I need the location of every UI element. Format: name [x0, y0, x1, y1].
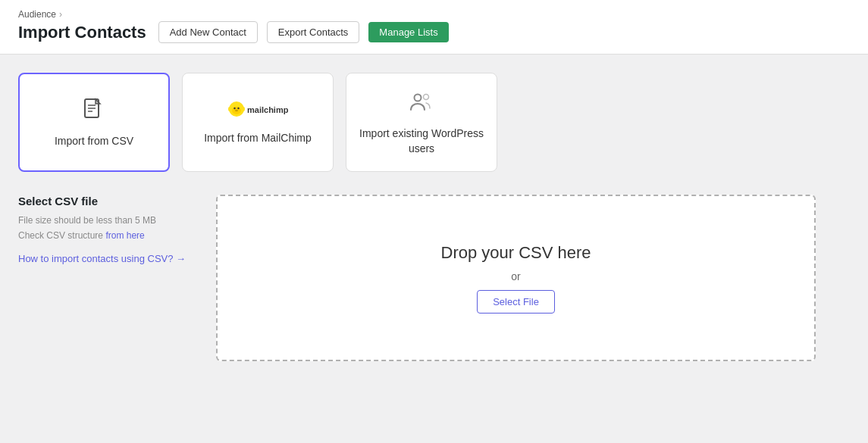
svg-point-9 — [228, 107, 231, 111]
csv-structure-link[interactable]: from here — [105, 230, 144, 241]
svg-point-13 — [424, 95, 429, 100]
svg-point-7 — [237, 108, 239, 109]
svg-point-8 — [235, 110, 238, 111]
svg-text:mailchimp: mailchimp — [247, 105, 288, 114]
svg-point-6 — [233, 108, 235, 109]
mailchimp-icon: mailchimp — [227, 99, 288, 123]
csv-card-label: Import from CSV — [55, 134, 133, 149]
csv-section: Select CSV file File size should be less… — [18, 195, 816, 361]
csv-structure-note: Check CSV structure from here — [18, 230, 186, 241]
add-new-contact-button[interactable]: Add New Contact — [158, 21, 258, 43]
dropzone-or-label: or — [511, 270, 520, 282]
users-icon — [408, 89, 435, 119]
select-file-button[interactable]: Select File — [477, 290, 555, 314]
breadcrumb-parent[interactable]: Audience — [18, 9, 56, 20]
page-title: Import Contacts — [18, 23, 146, 42]
csv-info-panel: Select CSV file File size should be less… — [18, 195, 186, 361]
wordpress-card-label: Import existing WordPress users — [359, 126, 484, 156]
manage-lists-button[interactable]: Manage Lists — [368, 22, 448, 42]
csv-file-icon — [80, 96, 108, 126]
mailchimp-card-label: Import from MailChimp — [204, 131, 312, 146]
import-mailchimp-card[interactable]: mailchimp Import from MailChimp — [182, 73, 334, 172]
import-wordpress-card[interactable]: Import existing WordPress users — [346, 73, 497, 172]
csv-size-note: File size should be less than 5 MB — [18, 214, 186, 227]
export-contacts-button[interactable]: Export Contacts — [267, 21, 360, 43]
import-options: Import from CSV — [18, 73, 816, 172]
csv-section-title: Select CSV file — [18, 195, 186, 207]
dropzone-title: Drop your CSV here — [441, 243, 591, 263]
csv-faq-link[interactable]: How to import contacts using CSV? → — [18, 251, 186, 267]
csv-dropzone[interactable]: Drop your CSV here or Select File — [216, 195, 816, 361]
import-csv-card[interactable]: Import from CSV — [18, 73, 170, 172]
svg-point-12 — [415, 95, 421, 101]
breadcrumb: Audience › — [18, 9, 850, 20]
breadcrumb-separator: › — [59, 9, 62, 20]
svg-point-10 — [242, 107, 245, 111]
